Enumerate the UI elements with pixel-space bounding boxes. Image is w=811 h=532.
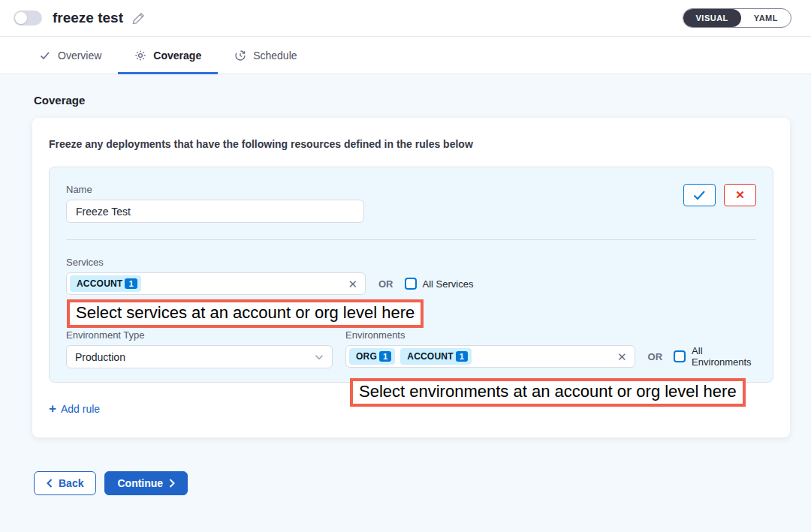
all-environments-label: All Environments xyxy=(692,345,762,368)
service-tag-count-badge: 1 xyxy=(125,278,137,289)
all-services-checkbox[interactable] xyxy=(405,278,417,290)
environments-multiselect[interactable]: ORG 1 ACCOUNT 1 ✕ xyxy=(345,345,635,368)
services-multiselect[interactable]: ACCOUNT 1 ✕ xyxy=(66,272,366,295)
add-rule-label: Add rule xyxy=(61,403,100,415)
environments-label: Environments xyxy=(345,329,762,341)
add-rule-button[interactable]: + Add rule xyxy=(49,402,100,415)
environment-type-value: Production xyxy=(75,351,125,363)
tab-overview[interactable]: Overview xyxy=(23,37,118,74)
freeze-rule-panel: Name Freeze Test ✕ Services xyxy=(49,167,773,383)
tab-bar: Overview Coverage Schedule xyxy=(0,37,811,74)
rule-name-input[interactable]: Freeze Test xyxy=(66,200,364,223)
services-field-group: Services ACCOUNT 1 ✕ OR All Services xyxy=(66,257,756,295)
service-tag[interactable]: ACCOUNT 1 xyxy=(70,275,141,292)
coverage-page: Coverage Freeze any deployments that hav… xyxy=(0,74,811,495)
gear-icon xyxy=(134,50,146,62)
header-bar: freeze test VISUAL YAML xyxy=(0,0,811,37)
tab-overview-label: Overview xyxy=(58,50,101,62)
environment-tag-label: ORG xyxy=(356,351,377,362)
name-field-group: Name Freeze Test xyxy=(66,184,364,223)
continue-label: Continue xyxy=(117,477,163,489)
delete-rule-button[interactable]: ✕ xyxy=(724,184,756,206)
coverage-card: Freeze any deployments that have the fol… xyxy=(32,118,790,437)
rule-divider xyxy=(66,239,756,240)
plus-icon: + xyxy=(49,402,56,415)
tab-schedule[interactable]: Schedule xyxy=(218,37,313,74)
back-label: Back xyxy=(59,477,83,489)
environments-annotation-callout: Select environments at an account or org… xyxy=(350,378,746,407)
services-label: Services xyxy=(66,257,756,268)
yaml-toggle-button[interactable]: YAML xyxy=(741,9,791,27)
wizard-footer: Back Continue xyxy=(34,471,811,495)
chevron-left-icon xyxy=(47,479,53,488)
tab-coverage-label: Coverage xyxy=(153,50,201,62)
tab-coverage[interactable]: Coverage xyxy=(118,37,218,74)
environment-tag-count-badge: 1 xyxy=(379,351,391,362)
continue-button[interactable]: Continue xyxy=(104,471,188,495)
environment-type-field-group: Environment Type Production xyxy=(66,329,333,368)
environment-type-select[interactable]: Production xyxy=(66,345,333,368)
clock-refresh-icon xyxy=(234,50,246,62)
environments-clear-icon[interactable]: ✕ xyxy=(617,351,627,362)
toggle-knob xyxy=(15,12,27,24)
environments-or-text: OR xyxy=(648,351,663,362)
environment-type-label: Environment Type xyxy=(66,329,333,341)
environment-tag-count-badge: 1 xyxy=(456,351,468,362)
close-icon: ✕ xyxy=(735,188,745,202)
environment-tag[interactable]: ACCOUNT 1 xyxy=(400,348,472,365)
visual-toggle-button[interactable]: VISUAL xyxy=(683,9,741,27)
environments-field-group: Environments ORG 1 ACCOUNT 1 ✕ xyxy=(345,329,762,368)
name-label: Name xyxy=(66,184,364,195)
environment-tag[interactable]: ORG 1 xyxy=(349,348,395,365)
check-icon xyxy=(39,50,51,62)
section-heading: Coverage xyxy=(34,94,811,107)
all-services-label: All Services xyxy=(423,278,474,290)
view-mode-switch: VISUAL YAML xyxy=(683,8,792,28)
all-environments-checkbox[interactable] xyxy=(674,350,686,362)
back-button[interactable]: Back xyxy=(34,471,96,495)
chevron-down-icon xyxy=(315,354,324,360)
chevron-right-icon xyxy=(169,479,175,488)
service-tag-label: ACCOUNT xyxy=(77,278,122,289)
services-clear-icon[interactable]: ✕ xyxy=(348,278,357,290)
check-icon xyxy=(693,190,706,200)
tab-schedule-label: Schedule xyxy=(253,50,297,62)
page-title: freeze test xyxy=(53,10,123,26)
environment-tag-label: ACCOUNT xyxy=(407,351,453,362)
freeze-enable-toggle[interactable] xyxy=(14,11,42,26)
card-intro-text: Freeze any deployments that have the fol… xyxy=(49,138,773,150)
services-annotation-callout: Select services at an account or org lev… xyxy=(67,299,424,328)
services-or-text: OR xyxy=(378,278,393,290)
confirm-rule-button[interactable] xyxy=(683,184,716,206)
edit-title-icon[interactable] xyxy=(132,12,145,25)
